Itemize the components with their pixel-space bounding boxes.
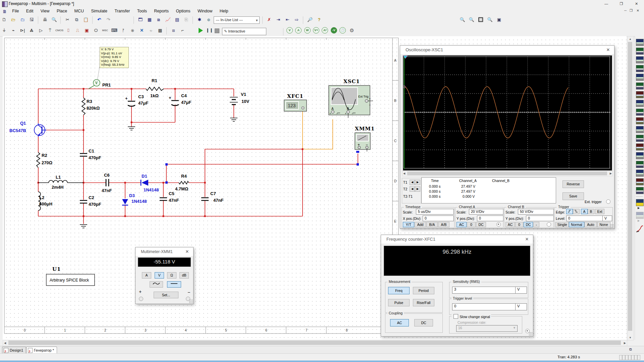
mdi-close-icon[interactable]: ✕ <box>637 9 639 12</box>
pulse-button[interactable]: Pulse <box>388 299 410 306</box>
multimeter-close-icon[interactable]: ✕ <box>184 249 191 255</box>
menu-help[interactable]: Help <box>217 7 231 15</box>
t1-right-button[interactable]: ▶ <box>415 180 420 185</box>
channel-b-radio[interactable] <box>547 222 551 227</box>
reverse-button[interactable]: Reverse <box>562 180 584 188</box>
freq-button[interactable]: Freq <box>388 287 410 294</box>
frequency-counter-titlebar[interactable]: Frequency counter-XFC1 <box>381 235 533 244</box>
diode-d3[interactable] <box>122 199 128 205</box>
period-button[interactable]: Period <box>413 287 434 294</box>
compression-rate-dropdown[interactable]: 16 ▼ <box>456 325 518 332</box>
volts-button[interactable]: V <box>155 272 164 279</box>
postprocessor-icon[interactable]: ▤ <box>173 16 181 23</box>
menu-transfer[interactable]: Transfer <box>111 7 133 15</box>
new-file-icon[interactable]: 🗋 <box>0 16 8 23</box>
source-components-icon[interactable]: ⏚ <box>0 27 8 34</box>
transistor-q1[interactable] <box>34 123 46 137</box>
spectrum-analyzer-icon[interactable] <box>636 143 644 150</box>
resize-grip[interactable] <box>189 299 193 303</box>
voltage-probe-icon[interactable]: V <box>286 27 293 34</box>
distortion-analyzer-icon[interactable] <box>636 135 644 142</box>
simulation-mode-dropdown[interactable]: ✎ Interactive <box>222 28 266 35</box>
hierarchy-view-icon[interactable]: ⧉ <box>629 347 632 352</box>
connector-components-icon[interactable]: ⌔ <box>147 27 155 34</box>
multimeter-window[interactable]: Multimeter-XMM1 ✕ -55.118 V A V Ω dB + S… <box>135 247 194 304</box>
zoom-fit-icon[interactable]: 🔍 <box>486 16 494 23</box>
print-preview-icon[interactable]: 🔍 <box>50 16 58 23</box>
frequency-counter-window[interactable]: Frequency counter-XFC1 ✕ 96.298 kHz Meas… <box>381 235 533 337</box>
menu-edit[interactable]: Edit <box>23 7 37 15</box>
tektronix-oscilloscope-icon[interactable] <box>636 187 644 194</box>
design-toolbox-icon[interactable]: 🗔 <box>137 16 144 23</box>
misc-components-icon[interactable]: MISC <box>101 27 109 34</box>
canvas-vscrollbar[interactable]: ▲ ▼ <box>627 36 634 341</box>
mdi-minimize-icon[interactable]: ─ <box>624 9 627 12</box>
ab-button[interactable]: A/B <box>438 222 449 227</box>
current-probe-icon[interactable]: A <box>295 27 302 34</box>
resize-grip[interactable] <box>529 332 533 336</box>
none-button[interactable]: None <box>597 222 610 227</box>
capacitor-c1[interactable] <box>80 154 87 156</box>
coupling-dc-button[interactable]: DC <box>414 319 433 326</box>
grapher-icon[interactable]: 📈 <box>164 16 172 23</box>
help-icon[interactable]: ? <box>315 16 323 23</box>
trigger-level-unit[interactable]: V <box>515 303 527 310</box>
rf-components-icon[interactable]: ᚠ <box>119 27 127 34</box>
channel-b-ac-button[interactable]: AC <box>505 222 515 227</box>
single-button[interactable]: Single <box>555 222 569 227</box>
trigger-b-button[interactable]: B <box>588 209 594 214</box>
frequency-counter-tool-icon[interactable] <box>636 91 644 98</box>
probe-pr1[interactable]: V <box>89 79 100 89</box>
pause-button[interactable]: ❙❙ <box>206 28 213 33</box>
voltage-current-probe-icon[interactable]: V+ <box>313 27 319 34</box>
resistor-r1[interactable] <box>146 87 164 90</box>
resize-grip[interactable] <box>610 224 614 228</box>
find-icon[interactable]: 🔎 <box>306 16 314 23</box>
sensitivity-unit[interactable]: V <box>515 287 527 294</box>
differential-probe-icon[interactable]: -V <box>331 27 337 34</box>
canvas-hscrollbar[interactable]: ◀ ▶ <box>3 340 627 346</box>
menu-tools[interactable]: Tools <box>134 7 150 15</box>
t2-left-button[interactable]: ◀ <box>410 186 415 192</box>
channel-a-dc-button[interactable]: DC <box>476 222 486 227</box>
indicator-components-icon[interactable]: ▣ <box>83 27 91 34</box>
basic-components-icon[interactable]: ⌁ <box>9 27 17 34</box>
mdi-restore-icon[interactable]: ❐ <box>630 9 633 12</box>
zoom-in-icon[interactable]: 🔍 <box>459 16 466 23</box>
iv-analyzer-icon[interactable] <box>636 126 644 133</box>
auto-button[interactable]: Auto <box>584 222 597 227</box>
instrument-xsc1[interactable]: Ext Trig +− A B +− +− <box>329 85 373 118</box>
menu-simulate[interactable]: Simulate <box>88 7 110 15</box>
ohms-button[interactable]: Ω <box>167 272 176 279</box>
plus-terminal[interactable] <box>139 297 143 301</box>
channel-b-minus-button[interactable]: - <box>533 222 539 227</box>
channel-a-ypos-field[interactable]: 0 <box>477 216 503 221</box>
transistor-components-icon[interactable]: Ꮬ <box>28 27 36 34</box>
open-file-icon[interactable]: 🗁 <box>9 16 17 23</box>
close-button[interactable]: ✕ <box>629 0 644 7</box>
word-generator-icon[interactable] <box>636 100 644 107</box>
voltage-ref-probe-icon[interactable]: Aʸ <box>322 27 328 34</box>
channel-a-ac-button[interactable]: AC <box>457 222 467 227</box>
create-component-icon[interactable]: ✱ <box>196 16 204 23</box>
diode-components-icon[interactable]: ⊳| <box>19 27 26 34</box>
menu-window[interactable]: Window <box>195 7 215 15</box>
t1-left-button[interactable]: ◀ <box>410 180 415 185</box>
tab-generator[interactable]: Генератор * <box>26 347 57 354</box>
ext-trigger-radio[interactable] <box>606 199 610 204</box>
bus-icon[interactable]: ⌐ <box>179 27 186 34</box>
in-use-list-dropdown[interactable]: --- In-Use List --- ▼ <box>214 16 260 24</box>
selected-wire[interactable] <box>166 154 358 183</box>
bode-plotter-icon[interactable] <box>636 82 644 89</box>
instrument-xmm1[interactable]: +− <box>355 133 370 152</box>
labview-instrument-icon[interactable] <box>636 199 644 206</box>
timebase-scale-field[interactable]: 5 us/Div <box>416 209 454 215</box>
ni-elvis-icon[interactable] <box>636 212 644 219</box>
erc-icon[interactable]: ✗ <box>265 16 273 23</box>
channel-b-dc-button[interactable]: DC <box>524 222 533 227</box>
add-button[interactable]: Add <box>415 222 426 227</box>
frequency-counter-close-icon[interactable]: ✕ <box>524 236 530 242</box>
labview-expand-icon[interactable]: ▶ <box>638 206 640 209</box>
trigger-level-field[interactable]: 0 <box>452 303 516 310</box>
logic-converter-icon[interactable] <box>636 109 644 116</box>
